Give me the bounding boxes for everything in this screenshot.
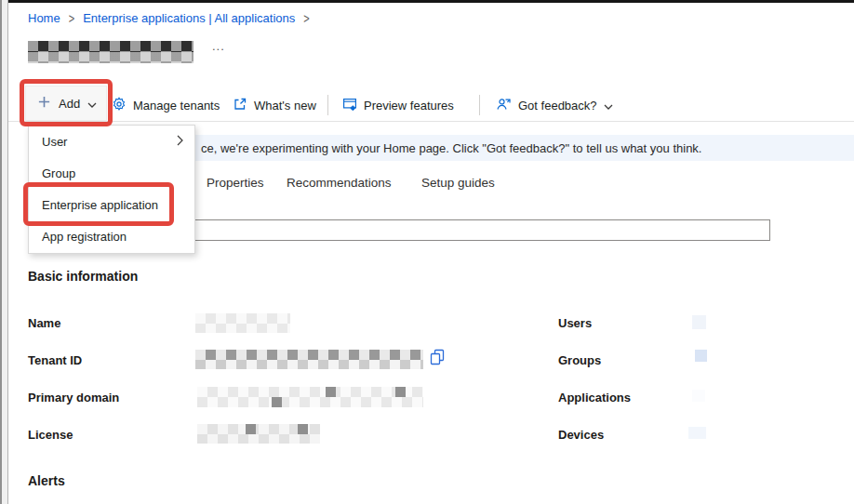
breadcrumb-separator: > (69, 10, 74, 26)
basic-information-heading: Basic information (28, 269, 138, 284)
license-value-redacted (197, 424, 320, 444)
tenant-id-value-redacted (195, 350, 423, 369)
groups-value-redacted (695, 350, 707, 362)
menu-item-enterprise-application[interactable]: Enterprise application (29, 190, 194, 221)
primary-domain-value-redacted (197, 387, 423, 407)
label-license: License (28, 428, 73, 442)
manage-tenants-label: Manage tenants (133, 99, 220, 113)
azure-portal-page: Home > Enterprise applications | All app… (0, 0, 854, 504)
label-devices: Devices (558, 428, 604, 442)
menu-item-user-label: User (42, 135, 67, 149)
open-in-new-icon (233, 97, 247, 114)
menu-item-app-registration-label: App registration (42, 230, 127, 244)
label-groups: Groups (558, 353, 601, 367)
page-title-redacted (28, 41, 193, 63)
add-button-label: Add (59, 97, 80, 111)
chevron-down-icon (604, 99, 613, 113)
menu-item-group[interactable]: Group (29, 157, 194, 189)
breadcrumb-link-enterprise-applications[interactable]: Enterprise applications | All applicatio… (83, 11, 295, 25)
whats-new-label: What's new (254, 99, 316, 113)
preview-window-icon (342, 97, 357, 114)
chevron-right-icon (177, 135, 183, 149)
got-feedback-button[interactable]: Got feedback? (496, 92, 613, 118)
got-feedback-label: Got feedback? (518, 99, 597, 113)
chevron-down-icon (87, 97, 97, 111)
toolbar-divider (479, 95, 480, 115)
add-dropdown-menu: User Group Enterprise application App re… (28, 125, 195, 254)
manage-tenants-button[interactable]: Manage tenants (112, 92, 220, 118)
label-applications: Applications (558, 391, 631, 405)
label-name: Name (28, 316, 60, 330)
users-value-redacted (692, 315, 706, 329)
feedback-person-icon (496, 97, 512, 114)
tab-recommendations[interactable]: Recommendations (287, 172, 392, 192)
breadcrumb-separator: > (303, 10, 309, 26)
window-top-bar (8, 0, 854, 3)
tab-setup-guides[interactable]: Setup guides (421, 172, 495, 192)
copy-icon[interactable] (429, 349, 446, 366)
whats-new-button[interactable]: What's new (233, 92, 316, 118)
toolbar-divider (327, 95, 328, 115)
menu-item-group-label: Group (42, 166, 75, 180)
title-more-button[interactable]: ... (212, 39, 225, 53)
window-edge-strip (0, 0, 8, 504)
menu-item-enterprise-application-label: Enterprise application (42, 198, 158, 212)
gear-icon (112, 97, 127, 114)
plus-icon (37, 95, 51, 112)
notification-banner-text: ce, we're experimenting with your Home p… (201, 135, 701, 161)
menu-item-user[interactable]: User (29, 126, 194, 157)
applications-value-redacted (692, 390, 705, 402)
label-primary-domain: Primary domain (28, 391, 119, 405)
add-button[interactable]: Add (25, 86, 107, 121)
breadcrumb: Home > Enterprise applications | All app… (28, 9, 318, 26)
label-users: Users (558, 316, 592, 330)
preview-features-label: Preview features (364, 99, 454, 113)
tab-properties[interactable]: Properties (207, 172, 264, 192)
breadcrumb-link-home[interactable]: Home (28, 11, 60, 25)
label-tenant-id: Tenant ID (28, 353, 82, 367)
name-value-redacted (195, 313, 290, 333)
command-bar-divider (8, 121, 854, 122)
menu-item-app-registration[interactable]: App registration (29, 221, 194, 253)
devices-value-redacted (688, 427, 706, 439)
alerts-heading: Alerts (28, 473, 65, 488)
preview-features-button[interactable]: Preview features (342, 92, 454, 118)
